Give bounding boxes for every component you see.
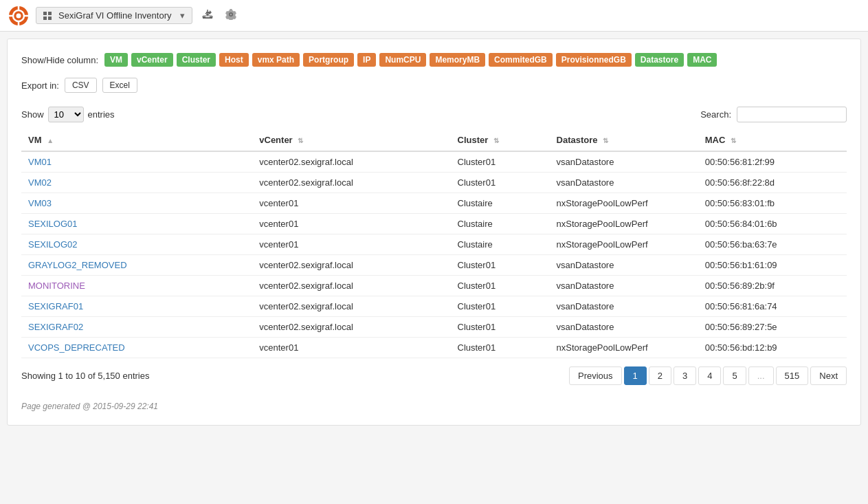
cell-vm: SEXIGRAF01 [21, 296, 252, 317]
toggle-vm[interactable]: VM [104, 53, 128, 67]
cell-vcenter: vcenter01 [252, 214, 450, 234]
main-content: Show/Hide column: VM vCenter Cluster Hos… [7, 39, 861, 426]
toggle-vmxpath[interactable]: vmx Path [252, 53, 300, 67]
dropdown-arrow: ▾ [180, 10, 185, 21]
cell-mac: 00:50:56:89:2b:9f [698, 276, 847, 296]
vm-link[interactable]: SEXIGRAF01 [28, 301, 83, 311]
grid-icon [43, 12, 52, 20]
vm-link[interactable]: SEXILOG01 [28, 219, 78, 229]
cell-datastore: nxStoragePoolLowPerf [550, 193, 698, 214]
cell-vcenter: vcenter01 [252, 234, 450, 255]
column-toggle-row: Show/Hide column: VM vCenter Cluster Hos… [21, 53, 847, 67]
cell-mac: 00:50:56:81:6a:74 [698, 296, 847, 317]
toggle-mac[interactable]: MAC [687, 53, 717, 67]
cell-vm: VM03 [21, 193, 252, 214]
cell-datastore: nxStoragePoolLowPerf [550, 338, 698, 358]
next-button[interactable]: Next [810, 366, 847, 385]
vm-link[interactable]: VCOPS_DEPRECATED [28, 342, 125, 353]
export-row: Export in: CSV Excel [21, 78, 847, 93]
entries-select[interactable]: 10 25 50 100 [48, 107, 84, 122]
col-vm-label: VM [28, 135, 42, 145]
cell-datastore: nxStoragePoolLowPerf [550, 234, 698, 255]
search-label: Search: [700, 109, 731, 120]
toggle-memorymb[interactable]: MemoryMB [430, 53, 485, 67]
vm-link[interactable]: GRAYLOG2_REMOVED [28, 260, 127, 270]
page-4-button[interactable]: 4 [698, 366, 721, 385]
cell-mac: 00:50:56:84:01:6b [698, 214, 847, 234]
cell-vcenter: vcenter02.sexigraf.local [252, 317, 450, 338]
page-5-button[interactable]: 5 [723, 366, 746, 385]
cell-vm: GRAYLOG2_REMOVED [21, 255, 252, 276]
page-2-button[interactable]: 2 [649, 366, 671, 385]
export-excel-button[interactable]: Excel [102, 78, 137, 93]
vm-link[interactable]: SEXILOG02 [28, 239, 78, 250]
table-row: GRAYLOG2_REMOVEDvcenter02.sexigraf.local… [21, 255, 847, 276]
cell-cluster: Cluster01 [451, 151, 550, 173]
cell-vcenter: vcenter02.sexigraf.local [252, 255, 450, 276]
cell-vm: VM02 [21, 173, 252, 193]
svg-point-6 [16, 13, 21, 18]
col-mac[interactable]: MAC ⇅ [698, 129, 847, 151]
cell-datastore: vsanDatastore [550, 151, 698, 173]
cell-vcenter: vcenter02.sexigraf.local [252, 173, 450, 193]
toggle-datastore[interactable]: Datastore [635, 53, 684, 67]
datastore-sort-icon: ⇅ [603, 137, 608, 144]
cell-cluster: Cluster01 [451, 296, 550, 317]
cell-mac: 00:50:56:b1:61:09 [698, 255, 847, 276]
vm-sort-icon: ▲ [47, 137, 54, 144]
toggle-ip[interactable]: IP [357, 53, 376, 67]
vm-link[interactable]: SEXIGRAF02 [28, 322, 83, 332]
page-515-button[interactable]: 515 [776, 366, 809, 385]
cell-vcenter: vcenter02.sexigraf.local [252, 276, 450, 296]
ellipsis: ... [748, 366, 774, 385]
table-row: MONITORINEvcenter02.sexigraf.localCluste… [21, 276, 847, 296]
vm-link[interactable]: VM03 [28, 198, 52, 208]
cell-mac: 00:50:56:83:01:fb [698, 193, 847, 214]
toggle-numcpu[interactable]: NumCPU [379, 53, 426, 67]
entries-label: entries [88, 109, 115, 120]
cell-vcenter: vcenter01 [252, 338, 450, 358]
show-label: Show [21, 109, 44, 120]
cell-cluster: Clustaire [451, 234, 550, 255]
cell-datastore: vsanDatastore [550, 255, 698, 276]
gear-icon [225, 9, 236, 20]
cell-vm: MONITORINE [21, 276, 252, 296]
toggle-portgroup[interactable]: Portgroup [303, 53, 354, 67]
cell-datastore: vsanDatastore [550, 317, 698, 338]
toggle-host[interactable]: Host [219, 53, 249, 67]
cell-mac: 00:50:56:81:2f:99 [698, 151, 847, 173]
cell-mac: 00:50:56:8f:22:8d [698, 173, 847, 193]
app-selector[interactable]: SexiGraf VI Offline Inventory ▾ [36, 7, 192, 24]
cell-datastore: nxStoragePoolLowPerf [550, 214, 698, 234]
toggle-commitedgb[interactable]: CommitedGB [489, 53, 553, 67]
show-hide-label: Show/Hide column: [21, 55, 98, 65]
page-1-button[interactable]: 1 [624, 366, 647, 385]
col-cluster-label: Cluster [458, 135, 489, 145]
table-row: SEXIGRAF01vcenter02.sexigraf.localCluste… [21, 296, 847, 317]
app-name: SexiGraf VI Offline Inventory [58, 10, 172, 21]
col-datastore[interactable]: Datastore ⇅ [550, 129, 698, 151]
pagination: Previous 1 2 3 4 5 ... 515 Next [569, 366, 847, 385]
vm-link[interactable]: MONITORINE [28, 281, 85, 291]
share-button[interactable] [199, 6, 216, 25]
export-csv-button[interactable]: CSV [65, 78, 97, 93]
cell-cluster: Cluster01 [451, 338, 550, 358]
app-logo [8, 6, 29, 26]
vm-link[interactable]: VM01 [28, 157, 52, 167]
toggle-cluster[interactable]: Cluster [177, 53, 216, 67]
cell-vm: VM01 [21, 151, 252, 173]
showing-text: Showing 1 to 10 of 5,150 entries [21, 371, 149, 381]
page-3-button[interactable]: 3 [674, 366, 696, 385]
col-vm[interactable]: VM ▲ [21, 129, 252, 151]
toggle-provisionnedgb[interactable]: ProvisionnedGB [556, 53, 632, 67]
prev-button[interactable]: Previous [569, 366, 622, 385]
share-icon [202, 9, 213, 20]
vm-link[interactable]: VM02 [28, 177, 52, 188]
col-mac-label: MAC [705, 135, 726, 145]
col-cluster[interactable]: Cluster ⇅ [451, 129, 550, 151]
col-vcenter[interactable]: vCenter ⇅ [252, 129, 450, 151]
settings-button[interactable] [223, 6, 239, 25]
toggle-vcenter[interactable]: vCenter [131, 53, 173, 67]
cell-vm: VCOPS_DEPRECATED [21, 338, 252, 358]
search-input[interactable] [737, 107, 847, 122]
